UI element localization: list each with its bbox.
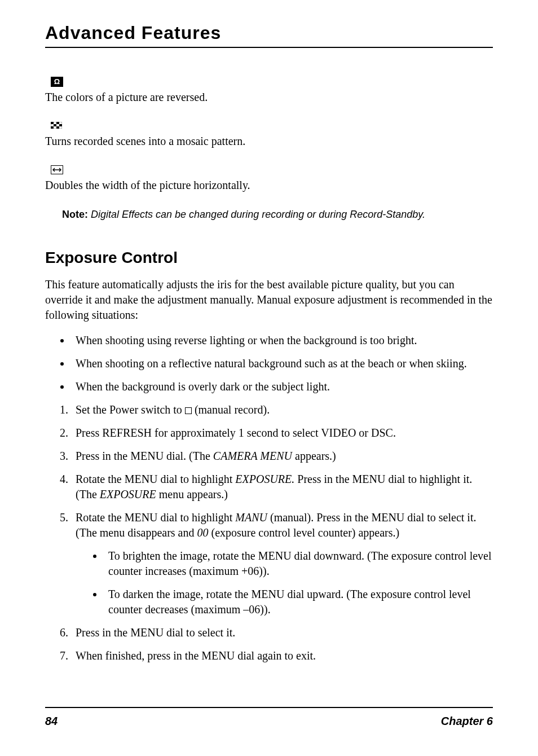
list-item: When the background is overly dark or th… xyxy=(71,379,493,394)
note-text: Digital Effects can be changed during re… xyxy=(88,209,425,220)
step-text: (manual record). xyxy=(192,403,270,416)
list-item: Press in the MENU dial. (The CAMERA MENU… xyxy=(71,449,493,464)
chapter-label: Chapter 6 xyxy=(441,715,493,728)
page-footer: 84 Chapter 6 xyxy=(45,707,493,728)
list-item: When finished, press in the MENU dial ag… xyxy=(71,648,493,663)
step-text: appears.) xyxy=(292,450,336,462)
menu-name: EXPOSURE xyxy=(100,488,156,500)
mosaic-desc: Turns recorded scenes into a mosaic patt… xyxy=(45,133,493,149)
step-text: Set the Power switch to xyxy=(76,403,185,416)
stretch-icon xyxy=(51,165,63,174)
page-number: 84 xyxy=(45,715,58,728)
svg-rect-5 xyxy=(51,126,54,129)
section-intro: This feature automatically adjusts the i… xyxy=(45,277,493,323)
negposi-icon-row: Ω xyxy=(51,76,493,87)
mosaic-icon xyxy=(51,121,62,128)
list-item: When shooting on a reflective natural ba… xyxy=(71,356,493,371)
step-text: Press in the MENU dial. (The xyxy=(76,450,213,462)
list-item: Press in the MENU dial to select it. xyxy=(71,625,493,640)
svg-rect-6 xyxy=(56,126,59,129)
mosaic-icon-row xyxy=(51,121,493,131)
negposi-icon: Ω xyxy=(51,77,63,87)
list-item: Press REFRESH for approximately 1 second… xyxy=(71,425,493,441)
list-item: To darken the image, rotate the MENU dia… xyxy=(104,587,493,617)
note: Note: Digital Effects can be changed dur… xyxy=(62,209,493,221)
step-text: (exposure control level counter) appears… xyxy=(208,526,399,539)
svg-rect-2 xyxy=(56,122,59,124)
step-text: Rotate the MENU dial to highlight xyxy=(76,473,235,485)
list-item: Rotate the MENU dial to highlight EXPOSU… xyxy=(71,472,493,502)
sub-list: To brighten the image, rotate the MENU d… xyxy=(76,548,493,617)
situation-list: When shooting using reverse lighting or … xyxy=(45,333,493,394)
chapter-title: Advanced Features xyxy=(45,23,493,48)
manual-record-icon xyxy=(185,407,192,414)
steps-list: Set the Power switch to (manual record).… xyxy=(45,402,493,663)
menu-name: EXPOSURE. xyxy=(235,473,294,485)
list-item: To brighten the image, rotate the MENU d… xyxy=(104,548,493,579)
section-heading: Exposure Control xyxy=(45,249,493,267)
stretch-desc: Doubles the width of the picture horizon… xyxy=(45,177,493,193)
step-text: menu appears.) xyxy=(156,488,228,500)
note-label: Note: xyxy=(62,209,88,220)
negposi-desc: The colors of a picture are reversed. xyxy=(45,89,493,105)
list-item: Set the Power switch to (manual record). xyxy=(71,402,493,417)
step-text: Rotate the MENU dial to highlight xyxy=(76,511,235,524)
svg-rect-1 xyxy=(51,122,54,124)
menu-name: MANU xyxy=(235,511,267,524)
value: 00 xyxy=(197,526,208,539)
svg-rect-3 xyxy=(54,124,56,126)
menu-name: CAMERA MENU xyxy=(213,450,292,462)
list-item: Rotate the MENU dial to highlight MANU (… xyxy=(71,510,493,617)
stretch-icon-row xyxy=(51,165,493,175)
svg-rect-4 xyxy=(59,124,62,126)
list-item: When shooting using reverse lighting or … xyxy=(71,333,493,348)
